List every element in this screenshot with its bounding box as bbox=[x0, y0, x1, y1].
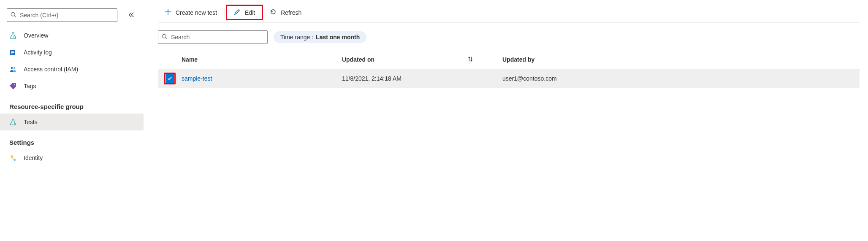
nav-access-control[interactable]: Access control (IAM) bbox=[0, 61, 144, 78]
updated-on-label: Updated on bbox=[342, 56, 374, 63]
sidebar-search-input[interactable] bbox=[20, 12, 114, 19]
row-name-link[interactable]: sample-test bbox=[182, 75, 342, 82]
nav-identity[interactable]: Identity bbox=[0, 149, 144, 166]
svg-point-9 bbox=[14, 84, 15, 85]
row-checkbox[interactable] bbox=[165, 74, 174, 83]
flask-tests-icon bbox=[9, 118, 17, 126]
nav-label: Tags bbox=[24, 83, 36, 89]
main-panel: Create new test Edit Refresh Time range … bbox=[144, 0, 868, 241]
sidebar: Overview Activity log Access control (IA… bbox=[0, 0, 144, 241]
nav-label: Activity log bbox=[24, 49, 52, 56]
sort-icon[interactable] bbox=[467, 56, 473, 63]
svg-point-0 bbox=[11, 12, 15, 16]
row-updated-on: 11/8/2021, 2:14:18 AM bbox=[342, 75, 502, 82]
table-header: Name Updated on Updated by bbox=[158, 50, 860, 69]
svg-rect-6 bbox=[11, 54, 13, 54]
collapse-sidebar-icon[interactable] bbox=[126, 9, 137, 22]
toolbar-label: Create new test bbox=[176, 9, 217, 16]
filter-row: Time range : Last one month bbox=[158, 23, 860, 47]
time-range-filter[interactable]: Time range : Last one month bbox=[274, 31, 366, 43]
time-range-label: Time range : bbox=[280, 34, 313, 41]
main-search-input[interactable] bbox=[171, 34, 264, 41]
nav-activity-log[interactable]: Activity log bbox=[0, 44, 144, 61]
plus-icon bbox=[165, 8, 171, 16]
table-row[interactable]: sample-test 11/8/2021, 2:14:18 AM user1@… bbox=[158, 69, 860, 88]
toolbar-label: Refresh bbox=[281, 9, 301, 16]
nav-settings-group: Identity bbox=[0, 149, 144, 166]
sidebar-search[interactable] bbox=[7, 8, 117, 22]
svg-rect-4 bbox=[11, 51, 14, 51]
tests-table: Name Updated on Updated by sample-test 1… bbox=[158, 50, 860, 88]
edit-button[interactable]: Edit bbox=[226, 5, 263, 20]
svg-point-7 bbox=[11, 67, 13, 69]
pencil-icon bbox=[234, 8, 241, 16]
nav-label: Overview bbox=[24, 32, 48, 39]
nav-tags[interactable]: Tags bbox=[0, 78, 144, 95]
people-icon bbox=[9, 65, 17, 73]
refresh-button[interactable]: Refresh bbox=[263, 6, 308, 19]
row-checkbox-highlight bbox=[164, 73, 176, 84]
check-icon bbox=[167, 76, 173, 81]
nav-resource-group: Tests bbox=[0, 114, 144, 130]
create-new-test-button[interactable]: Create new test bbox=[158, 6, 224, 19]
col-name-header[interactable]: Name bbox=[182, 56, 342, 63]
nav-label: Identity bbox=[24, 154, 43, 161]
col-updated-on-header[interactable]: Updated on bbox=[342, 56, 502, 63]
group-header-resource: Resource-specific group bbox=[0, 95, 144, 114]
row-checkbox-cell bbox=[158, 73, 182, 84]
nav-label: Access control (IAM) bbox=[24, 66, 78, 73]
search-icon bbox=[11, 12, 16, 19]
refresh-icon bbox=[270, 8, 277, 16]
search-icon bbox=[162, 34, 168, 41]
key-icon bbox=[9, 154, 17, 162]
time-range-value: Last one month bbox=[316, 34, 360, 41]
toolbar-separator bbox=[225, 8, 225, 17]
activity-log-icon bbox=[9, 49, 17, 56]
toolbar-label: Edit bbox=[245, 9, 255, 16]
row-updated-by: user1@contoso.com bbox=[502, 75, 860, 82]
svg-point-16 bbox=[162, 34, 166, 38]
svg-rect-5 bbox=[11, 52, 14, 53]
svg-point-13 bbox=[14, 159, 16, 161]
sidebar-top bbox=[0, 8, 144, 27]
nav-primary: Overview Activity log Access control (IA… bbox=[0, 27, 144, 95]
svg-point-8 bbox=[14, 67, 15, 69]
nav-overview[interactable]: Overview bbox=[0, 27, 144, 44]
svg-point-10 bbox=[14, 123, 16, 125]
col-updated-by-header[interactable]: Updated by bbox=[502, 56, 860, 63]
svg-line-17 bbox=[165, 38, 167, 39]
main-search[interactable] bbox=[158, 30, 268, 44]
svg-line-1 bbox=[14, 16, 16, 17]
group-header-settings: Settings bbox=[0, 130, 144, 149]
flask-icon bbox=[9, 32, 17, 39]
nav-tests[interactable]: Tests bbox=[0, 114, 144, 130]
tag-icon bbox=[9, 82, 17, 90]
toolbar: Create new test Edit Refresh bbox=[158, 6, 860, 23]
nav-label: Tests bbox=[24, 119, 38, 125]
